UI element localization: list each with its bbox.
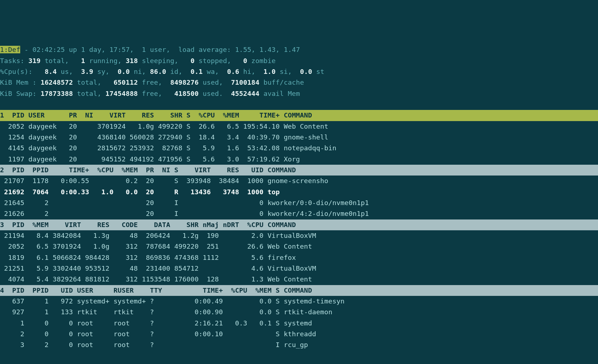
- table-row[interactable]: 637 1 972 systemd+ systemd+ ? 0:00.49 0.…: [0, 296, 598, 307]
- uptime-line: - 02:42:25 up 1 day, 17:57, 1 user, load…: [20, 46, 300, 53]
- tasks-line: Tasks: 319 total, 1 running, 318 sleepin…: [0, 56, 598, 66]
- table-row[interactable]: 2052 daygeek 20 3701924 1.0g 499220 S 26…: [0, 121, 598, 132]
- cpu-line: %Cpu(s): 8.4 us, 3.9 sy, 0.0 ni, 86.0 id…: [0, 66, 598, 77]
- table-row[interactable]: 2 0 0 root root ? 0:00.10 S kthreadd: [0, 329, 598, 339]
- pane4-header: 4 PID PPID UID USER RUSER TTY TIME+ %CPU…: [0, 285, 598, 296]
- table-row[interactable]: 21251 5.9 3302440 953512 48 231400 85471…: [0, 263, 598, 274]
- table-row[interactable]: 4074 5.4 3829264 881812 312 1153548 1760…: [0, 274, 598, 285]
- table-row[interactable]: 2052 6.5 3701924 1.0g 312 787684 499220 …: [0, 241, 598, 252]
- table-row[interactable]: 21626 2 20 I 0 kworker/4:2-dio/nvme0n1p1: [0, 208, 598, 219]
- table-row[interactable]: 1819 6.1 5066824 984428 312 869836 47436…: [0, 252, 598, 263]
- table-row[interactable]: 4145 daygeek 20 2815672 253932 82768 S 5…: [0, 143, 598, 154]
- table-row[interactable]: 21194 8.4 3842084 1.3g 48 206424 1.2g 19…: [0, 230, 598, 241]
- pane3-header: 3 PID %MEM VIRT RES CODE DATA SHR nMaj n…: [0, 219, 598, 230]
- table-row[interactable]: 1197 daygeek 20 945152 494192 471956 S 5…: [0, 154, 598, 165]
- table-row[interactable]: 21692 7064 0:00.33 1.0 0.0 20 R 13436 37…: [0, 187, 598, 197]
- pane2-header: 2 PID PPID TIME+ %CPU %MEM PR NI S VIRT …: [0, 165, 598, 176]
- table-row[interactable]: 1 0 0 root root ? 2:16.21 0.3 0.1 S syst…: [0, 318, 598, 329]
- table-row[interactable]: 21707 1178 0:00.55 0.2 20 S 393948 38484…: [0, 176, 598, 186]
- table-row[interactable]: 21645 2 20 I 0 kworker/0:0-dio/nvme0n1p1: [0, 197, 598, 208]
- swap-line: KiB Swap: 17873388 total, 17454888 free,…: [0, 88, 598, 99]
- window-tab[interactable]: 1:Def: [0, 46, 20, 53]
- pane1-header: 1 PID USER PR NI VIRT RES SHR S %CPU %ME…: [0, 110, 598, 121]
- mem-line: KiB Mem : 16248572 total, 650112 free, 8…: [0, 77, 598, 88]
- table-row[interactable]: 3 2 0 root root ? I rcu_gp: [0, 339, 598, 350]
- table-row[interactable]: 1254 daygeek 20 4368140 560028 272940 S …: [0, 132, 598, 143]
- table-row[interactable]: 927 1 133 rtkit rtkit ? 0:00.90 0.0 S rt…: [0, 307, 598, 318]
- terminal-output[interactable]: 1:Def - 02:42:25 up 1 day, 17:57, 1 user…: [0, 44, 598, 350]
